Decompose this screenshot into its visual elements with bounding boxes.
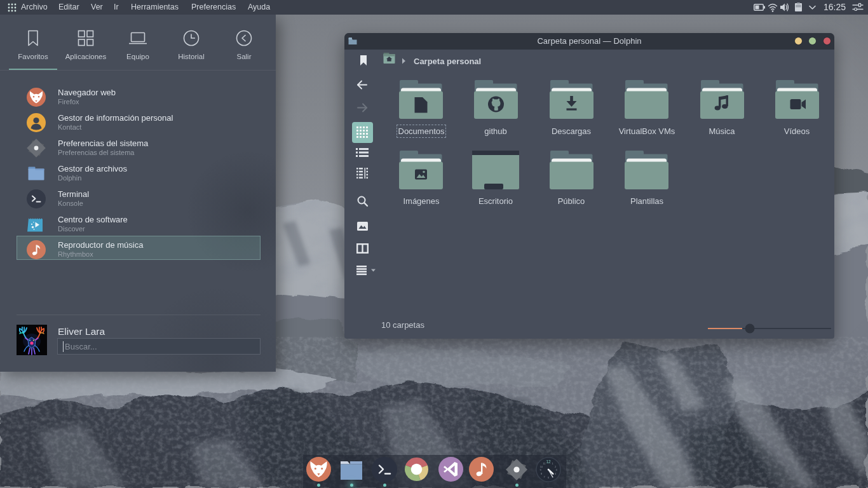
svg-text:10: 10 xyxy=(540,465,543,468)
svg-text:12: 12 xyxy=(546,459,551,464)
